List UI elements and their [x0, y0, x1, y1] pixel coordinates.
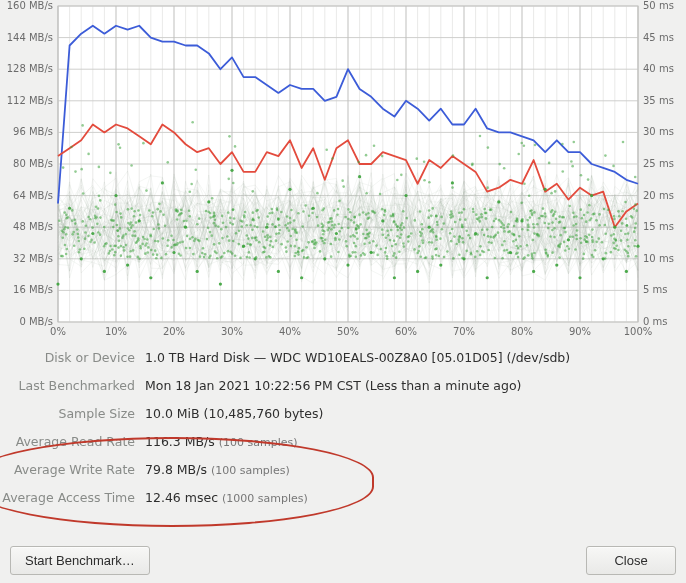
svg-point-292 — [533, 252, 536, 255]
svg-point-762 — [120, 216, 123, 219]
svg-point-916 — [214, 218, 217, 221]
svg-point-794 — [399, 227, 402, 230]
svg-point-707 — [454, 221, 457, 224]
svg-point-1022 — [358, 175, 361, 178]
svg-point-296 — [185, 247, 188, 250]
svg-point-1013 — [254, 257, 257, 260]
svg-point-819 — [532, 223, 535, 226]
svg-point-704 — [463, 208, 466, 211]
svg-point-169 — [248, 256, 251, 259]
svg-point-248 — [238, 229, 241, 232]
svg-point-848 — [344, 216, 347, 219]
svg-point-978 — [212, 216, 215, 219]
svg-point-270 — [128, 229, 131, 232]
svg-point-937 — [117, 246, 120, 249]
svg-point-870 — [89, 241, 92, 244]
svg-point-463 — [461, 237, 464, 240]
svg-point-295 — [131, 234, 134, 237]
svg-point-286 — [422, 242, 425, 245]
svg-point-852 — [492, 236, 495, 239]
svg-point-671 — [286, 215, 289, 218]
svg-point-464 — [118, 240, 121, 243]
svg-text:16 MB/s: 16 MB/s — [13, 284, 53, 295]
svg-point-305 — [278, 232, 281, 235]
svg-point-783 — [571, 235, 574, 238]
svg-point-880 — [251, 237, 254, 240]
svg-point-519 — [579, 237, 582, 240]
label-last-benchmarked: Last Benchmarked — [0, 380, 145, 393]
svg-point-678 — [94, 217, 97, 220]
start-benchmark-button[interactable]: Start Benchmark… — [10, 546, 150, 575]
svg-point-894 — [217, 225, 220, 228]
svg-point-523 — [395, 223, 398, 226]
svg-point-532 — [601, 241, 604, 244]
svg-point-777 — [199, 255, 202, 258]
svg-point-1031 — [462, 257, 465, 260]
svg-point-597 — [561, 143, 564, 146]
svg-point-950 — [152, 253, 155, 256]
svg-point-636 — [420, 223, 423, 226]
svg-point-123 — [196, 223, 199, 226]
svg-point-115 — [481, 228, 484, 231]
svg-point-911 — [435, 238, 438, 241]
svg-point-557 — [494, 218, 497, 221]
svg-point-1037 — [532, 270, 535, 273]
svg-point-726 — [531, 212, 534, 215]
svg-point-801 — [571, 165, 574, 168]
label-sample-size: Sample Size — [0, 408, 145, 421]
svg-point-155 — [359, 223, 362, 226]
svg-text:15 ms: 15 ms — [643, 221, 674, 232]
value-avg-access-sub: (1000 samples) — [222, 492, 308, 505]
svg-point-824 — [380, 248, 383, 251]
svg-point-260 — [413, 219, 416, 222]
svg-point-666 — [194, 168, 197, 171]
svg-point-581 — [185, 219, 188, 222]
svg-point-456 — [591, 254, 594, 257]
svg-point-761 — [331, 220, 334, 223]
svg-point-642 — [80, 168, 83, 171]
svg-point-743 — [330, 217, 333, 220]
svg-point-510 — [386, 257, 389, 260]
svg-point-559 — [148, 209, 151, 212]
svg-point-442 — [430, 215, 433, 218]
svg-point-839 — [105, 242, 108, 245]
svg-point-650 — [420, 232, 423, 235]
svg-point-936 — [381, 208, 384, 211]
svg-point-209 — [97, 231, 100, 234]
chart-svg: 0 MB/s0 ms16 MB/s5 ms32 MB/s10 ms48 MB/s… — [6, 0, 680, 342]
svg-point-599 — [435, 254, 438, 257]
svg-point-469 — [297, 250, 300, 253]
svg-point-183 — [555, 217, 558, 220]
svg-point-812 — [490, 208, 493, 211]
svg-point-947 — [162, 213, 165, 216]
svg-point-552 — [635, 255, 638, 258]
svg-point-976 — [538, 217, 541, 220]
benchmark-info: Disk or Device 1.0 TB Hard Disk — WDC WD… — [0, 352, 686, 520]
svg-point-184 — [581, 217, 584, 220]
svg-point-648 — [94, 215, 97, 218]
svg-point-854 — [301, 250, 304, 253]
svg-point-108 — [229, 222, 232, 225]
svg-point-670 — [307, 241, 310, 244]
svg-point-487 — [452, 154, 455, 157]
svg-point-584 — [503, 227, 506, 230]
svg-point-408 — [363, 253, 366, 256]
svg-point-338 — [165, 253, 168, 256]
svg-point-542 — [349, 235, 352, 238]
svg-point-871 — [588, 234, 591, 237]
svg-point-863 — [586, 241, 589, 244]
svg-point-724 — [591, 239, 594, 242]
svg-point-498 — [210, 234, 213, 237]
svg-point-507 — [365, 192, 368, 195]
svg-point-1026 — [404, 194, 407, 197]
svg-point-157 — [451, 228, 454, 231]
svg-point-550 — [160, 257, 163, 260]
close-button[interactable]: Close — [586, 546, 676, 575]
svg-point-651 — [301, 225, 304, 228]
svg-point-126 — [523, 182, 526, 185]
svg-point-869 — [357, 161, 360, 164]
svg-point-799 — [262, 251, 265, 254]
label-avg-access: Average Access Time — [0, 492, 145, 505]
svg-point-792 — [150, 235, 153, 238]
svg-point-153 — [298, 247, 301, 250]
